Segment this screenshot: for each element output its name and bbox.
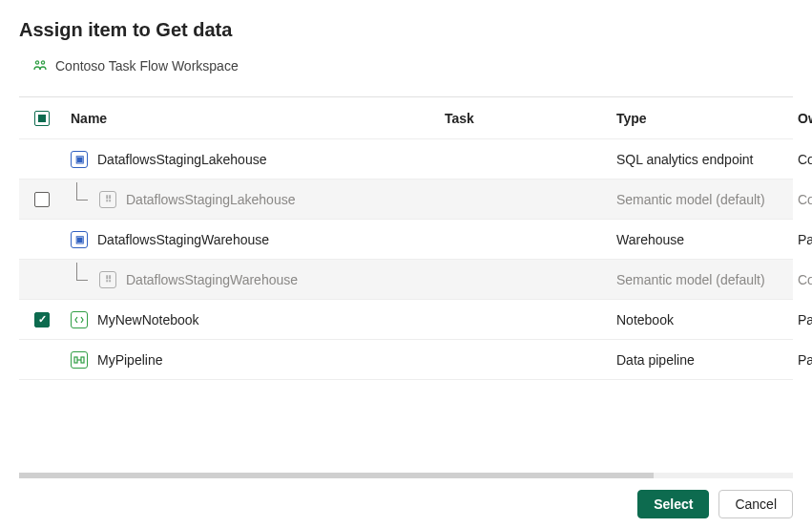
item-task xyxy=(439,312,611,327)
item-name: DataflowsStagingWarehouse xyxy=(97,232,269,247)
workspace-icon xyxy=(32,58,48,74)
row-checkbox[interactable] xyxy=(34,312,50,327)
table-row[interactable]: ▣ DataflowsStagingWarehouse Warehouse Pa… xyxy=(19,220,793,260)
table-row[interactable]: MyPipeline Data pipeline Pau xyxy=(19,340,793,380)
scrollbar-thumb[interactable] xyxy=(19,473,654,478)
warehouse-icon: ▣ xyxy=(71,231,88,248)
select-all-checkbox[interactable] xyxy=(34,111,50,126)
item-owner: Pau xyxy=(792,305,812,335)
item-task xyxy=(439,232,611,247)
semantic-model-icon: ⠿ xyxy=(99,271,116,288)
item-type: Semantic model (default) xyxy=(611,264,792,295)
col-name[interactable]: Name xyxy=(65,103,439,134)
item-task xyxy=(439,272,611,287)
items-table: Name Task Type Ow ▣ DataflowsStagingLake… xyxy=(19,96,793,380)
row-checkbox[interactable] xyxy=(34,192,50,207)
item-task xyxy=(439,192,611,207)
table-row[interactable]: ⠿ DataflowsStagingLakehouse Semantic mod… xyxy=(19,180,793,220)
table-row[interactable]: MyNewNotebook Notebook Pau xyxy=(19,300,793,340)
item-name: DataflowsStagingLakehouse xyxy=(97,152,266,167)
item-type: Semantic model (default) xyxy=(611,184,792,215)
cancel-button[interactable]: Cancel xyxy=(718,490,793,518)
select-button[interactable]: Select xyxy=(637,490,709,518)
item-owner: Co xyxy=(792,184,812,215)
svg-rect-3 xyxy=(81,357,84,363)
dialog-title: Assign item to Get data xyxy=(19,19,793,41)
dialog-footer: Select Cancel xyxy=(19,490,793,518)
item-name: DataflowsStagingWarehouse xyxy=(126,272,298,287)
item-owner: Pau xyxy=(792,345,812,375)
item-name: DataflowsStagingLakehouse xyxy=(126,192,295,207)
col-task[interactable]: Task xyxy=(439,103,611,134)
item-type: SQL analytics endpoint xyxy=(611,144,792,175)
svg-rect-2 xyxy=(74,357,77,363)
pipeline-icon xyxy=(71,351,88,369)
table-header-row: Name Task Type Ow xyxy=(19,97,793,139)
item-name: MyPipeline xyxy=(97,352,162,368)
item-type: Notebook xyxy=(611,305,792,335)
table-row[interactable]: ▣ DataflowsStagingLakehouse SQL analytic… xyxy=(19,139,793,180)
col-owner[interactable]: Ow xyxy=(792,103,812,134)
table-row[interactable]: ⠿ DataflowsStagingWarehouse Semantic mod… xyxy=(19,260,793,300)
item-owner: Pau xyxy=(792,224,812,255)
item-owner: Co xyxy=(792,144,812,175)
item-task xyxy=(439,152,611,167)
item-type: Warehouse xyxy=(611,224,792,255)
tree-connector-icon xyxy=(71,270,90,289)
item-task xyxy=(439,352,611,368)
svg-point-1 xyxy=(41,61,44,64)
lakehouse-icon: ▣ xyxy=(71,151,88,168)
item-type: Data pipeline xyxy=(611,345,792,375)
semantic-model-icon: ⠿ xyxy=(99,191,116,208)
workspace-name: Contoso Task Flow Workspace xyxy=(55,58,239,74)
col-type[interactable]: Type xyxy=(611,103,792,134)
workspace-breadcrumb: Contoso Task Flow Workspace xyxy=(32,58,793,74)
tree-connector-icon xyxy=(71,190,90,209)
item-owner: Co xyxy=(792,264,812,295)
svg-point-0 xyxy=(35,61,38,64)
item-name: MyNewNotebook xyxy=(97,312,199,327)
horizontal-scrollbar[interactable] xyxy=(19,473,793,478)
notebook-icon xyxy=(71,311,88,328)
